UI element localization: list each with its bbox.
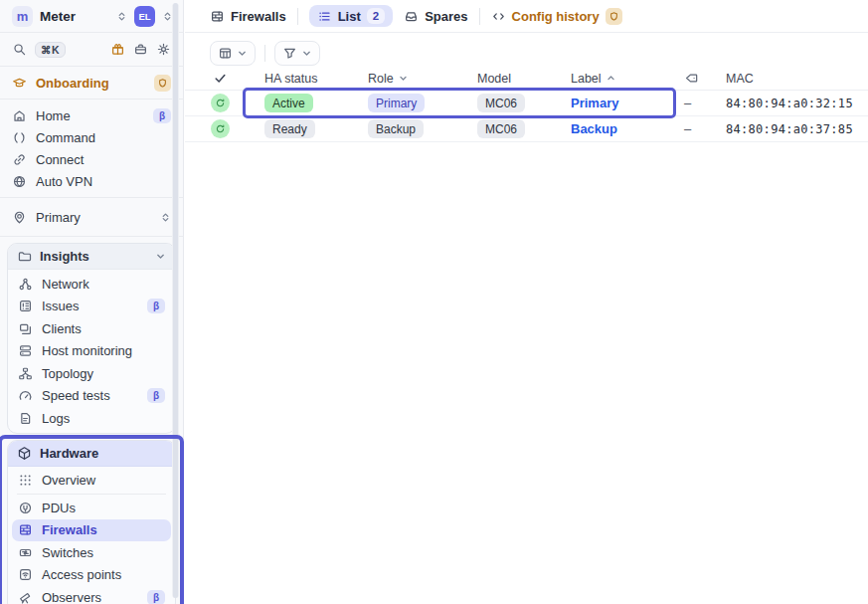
status-badge: Ready	[264, 119, 315, 138]
firewall-link[interactable]: Backup	[571, 121, 617, 136]
code-icon	[491, 9, 506, 24]
role-cell: Backup	[350, 119, 459, 138]
model-badge: MC06	[477, 94, 525, 112]
gear-icon[interactable]	[156, 42, 171, 57]
sidebar-item-label: Home	[36, 108, 144, 123]
org-switcher-chevron-updown-icon[interactable]	[116, 11, 127, 22]
table-row-primary[interactable]: Active Primary MC06 Primary – 84:80:94:a…	[185, 91, 868, 116]
sidebar-item-topology[interactable]: Topology	[8, 362, 175, 385]
log-document-icon	[18, 411, 33, 426]
site-selector[interactable]: Primary	[0, 203, 183, 231]
sidebar-item-observers[interactable]: Observers β	[8, 586, 175, 604]
sidebar-item-speed-tests[interactable]: Speed tests β	[8, 385, 175, 408]
insights-section-header[interactable]: Insights	[8, 244, 175, 270]
shield-icon	[608, 11, 619, 22]
tag-cell: –	[672, 96, 708, 110]
firewall-link[interactable]: Primary	[571, 96, 618, 110]
sidebar-item-auto-vpn[interactable]: Auto VPN	[0, 170, 183, 192]
sidebar-item-access-points[interactable]: Access points	[8, 564, 175, 587]
column-header-label[interactable]: Label	[553, 72, 672, 86]
sidebar-item-label: Observers	[42, 590, 138, 604]
chevron-up-sort-icon	[606, 73, 616, 84]
sidebar-item-firewalls[interactable]: Firewalls	[12, 519, 171, 542]
column-header-model[interactable]: Model	[459, 72, 553, 86]
sidebar-scrollbar-thumb[interactable]	[173, 3, 178, 598]
column-header-role[interactable]: Role	[350, 72, 459, 86]
sidebar-item-label: Access points	[42, 567, 165, 582]
chevron-down-icon	[301, 48, 312, 59]
location-pin-icon	[12, 210, 27, 225]
sidebar-item-label: Host monitoring	[42, 343, 165, 358]
sidebar-item-label: Speed tests	[42, 388, 138, 403]
role-cell: Primary	[350, 94, 459, 112]
list-icon	[317, 9, 332, 24]
toolbox-icon[interactable]	[133, 42, 148, 57]
sidebar-item-logs[interactable]: Logs	[8, 407, 175, 430]
beta-badge: β	[147, 590, 165, 604]
sidebar-item-label: Command	[36, 130, 171, 145]
sidebar-item-label: Auto VPN	[36, 174, 171, 189]
beta-badge: β	[153, 108, 171, 123]
column-header-ha-status[interactable]: HA status	[247, 72, 350, 86]
columns-menu-button[interactable]	[210, 41, 256, 66]
sidebar-item-overview[interactable]: Overview	[8, 470, 175, 493]
user-avatar[interactable]: EL	[134, 6, 155, 27]
chevron-down-icon	[155, 251, 166, 262]
hardware-section: Hardware Overview PDUs Firewalls Switche…	[7, 440, 176, 604]
telescope-icon	[18, 590, 33, 604]
ha-sync-icon	[211, 94, 230, 112]
tab-count-badge: 2	[367, 8, 385, 24]
sidebar-item-clients[interactable]: Clients	[8, 317, 175, 340]
tab-list[interactable]: List 2	[309, 5, 394, 27]
funnel-icon	[282, 46, 297, 61]
gauge-icon	[18, 388, 33, 403]
devices-icon	[18, 321, 33, 336]
shield-badge	[154, 75, 171, 92]
sidebar-item-host-monitoring[interactable]: Host monitoring	[8, 340, 175, 363]
divider	[297, 8, 298, 25]
column-header-mac[interactable]: MAC	[708, 72, 868, 86]
tab-firewalls[interactable]: Firewalls	[210, 9, 286, 24]
shield-badge	[606, 8, 622, 25]
chevron-down-icon	[237, 48, 248, 59]
tab-spares[interactable]: Spares	[404, 9, 467, 24]
label-cell: Primary	[553, 96, 672, 110]
sidebar-scrollbar[interactable]	[172, 3, 179, 598]
sidebar-search-row: ⌘K	[0, 33, 183, 67]
search-icon[interactable]	[12, 42, 27, 57]
issues-list-icon	[18, 299, 33, 313]
search-shortcut-kbd[interactable]: ⌘K	[35, 42, 66, 58]
sidebar-item-pdus[interactable]: PDUs	[8, 497, 175, 519]
mac-cell: 84:80:94:a0:32:15	[708, 97, 868, 110]
sidebar-item-label: Overview	[42, 473, 165, 488]
ha-sync-icon	[211, 119, 230, 138]
row-status-cell	[185, 119, 247, 138]
grid-dots-icon	[18, 473, 33, 488]
sidebar-item-network[interactable]: Network	[8, 273, 175, 296]
network-nodes-icon	[18, 277, 33, 292]
role-badge: Primary	[368, 94, 425, 112]
site-selector-block: Primary	[0, 198, 183, 237]
tab-label: Spares	[425, 9, 467, 24]
sidebar-item-connect[interactable]: Connect	[0, 148, 183, 170]
model-badge: MC06	[477, 119, 525, 138]
filter-button[interactable]	[274, 41, 320, 66]
sidebar-item-command[interactable]: Command	[0, 126, 183, 148]
gift-icon[interactable]	[110, 42, 125, 57]
table-header-row: HA status Role Model Label MAC	[185, 67, 868, 91]
sidebar: m Meter EL ⌘K Onboarding Home β Command	[0, 0, 184, 604]
sidebar-item-label: Firewalls	[42, 522, 165, 537]
sidebar-item-label: Network	[42, 277, 165, 292]
sidebar-item-home[interactable]: Home β	[0, 104, 183, 126]
sidebar-item-switches[interactable]: Switches	[8, 541, 175, 564]
hardware-section-header[interactable]: Hardware	[8, 441, 175, 467]
onboarding-block: Onboarding	[0, 67, 183, 100]
tab-config-history[interactable]: Config history	[491, 8, 622, 25]
insights-section: Insights Network Issues β Clients Host m…	[7, 243, 176, 434]
site-chevron-updown-icon	[160, 212, 171, 223]
sidebar-item-onboarding[interactable]: Onboarding	[0, 72, 183, 94]
select-all-column-header[interactable]	[185, 71, 247, 86]
sidebar-item-issues[interactable]: Issues β	[8, 296, 175, 318]
column-header-tag[interactable]	[672, 71, 708, 86]
table-row-backup[interactable]: Ready Backup MC06 Backup – 84:80:94:a0:3…	[185, 116, 868, 142]
